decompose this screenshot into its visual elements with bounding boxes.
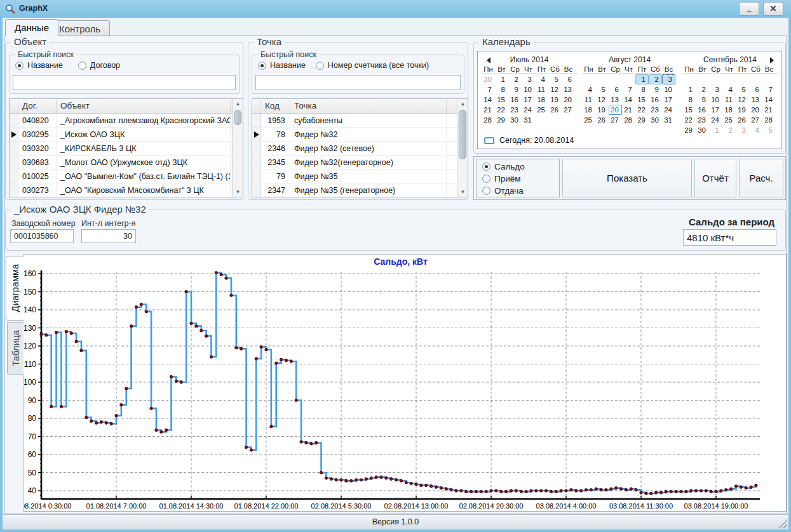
calendar-day[interactable]: 17	[662, 95, 675, 105]
calendar-prev-icon[interactable]	[487, 57, 490, 63]
calendar-today-row[interactable]: Сегодня: 20.08.2014	[484, 136, 574, 145]
calendar-day[interactable]: 12	[548, 84, 562, 95]
scroll-down-icon[interactable]: ▼	[233, 187, 243, 197]
column-header[interactable]: Дог.	[18, 99, 57, 113]
calendar-day[interactable]: 24	[522, 105, 535, 115]
scroll-thumb[interactable]	[459, 110, 466, 159]
calendar-day[interactable]: 11	[722, 95, 736, 105]
calendar-day[interactable]: 28	[622, 115, 635, 125]
calendar-day[interactable]: 25	[535, 105, 548, 115]
row-selector[interactable]	[252, 170, 261, 183]
row-selector[interactable]	[10, 183, 18, 197]
flow-mode-option-1[interactable]: Приём	[482, 174, 525, 183]
calendar-day[interactable]: 22	[635, 105, 649, 115]
calendar-day[interactable]: 4	[749, 125, 762, 135]
point-search-mode-option-0[interactable]: Название	[258, 61, 306, 70]
flow-mode-option-2[interactable]: Отдача	[482, 186, 525, 196]
calendar-day[interactable]: 5	[762, 125, 776, 135]
report-button[interactable]: Отчёт	[694, 159, 736, 197]
calendar-day[interactable]: 24	[662, 105, 675, 115]
calendar-day[interactable]: 20	[562, 95, 575, 105]
calendar-day[interactable]: 30	[482, 74, 495, 84]
row-selector[interactable]	[252, 142, 261, 155]
scroll-thumb[interactable]	[234, 110, 241, 125]
calendar-day[interactable]: 20	[749, 105, 762, 115]
calendar-day[interactable]: 28	[482, 115, 495, 125]
calendar-day[interactable]: 30	[696, 125, 709, 135]
calendar-day[interactable]: 4	[582, 84, 595, 95]
calendar-day[interactable]: 19	[595, 105, 609, 115]
calendar-day[interactable]: 3	[736, 125, 749, 135]
table-row[interactable]: 040820_Агрокомбинат племзавод Красногорс…	[10, 114, 243, 128]
calendar-day[interactable]: 1	[495, 74, 508, 84]
calc-button[interactable]: Расч.	[739, 159, 783, 197]
radio-icon[interactable]	[482, 187, 490, 195]
calendar-day[interactable]: 24	[709, 115, 722, 125]
calendar-day[interactable]: 29	[682, 125, 696, 135]
row-selector[interactable]	[252, 183, 261, 197]
tab-diagramma[interactable]: Диаграмма	[6, 256, 24, 321]
calendar-day[interactable]: 26	[736, 115, 749, 125]
calendar-day[interactable]: 2	[649, 74, 662, 84]
calendar-day[interactable]: 27	[609, 115, 622, 125]
calendar-day[interactable]: 2	[696, 84, 709, 95]
saldo-period-field[interactable]	[683, 229, 776, 246]
calendar-day[interactable]: 18	[535, 95, 548, 105]
calendar-day[interactable]: 14	[482, 95, 495, 105]
calendar-day[interactable]: 14	[622, 95, 635, 105]
calendar-day[interactable]: 16	[649, 95, 662, 105]
calendar-day[interactable]: 23	[508, 105, 522, 115]
calendar-day[interactable]: 14	[762, 95, 776, 105]
tab-tablitsa[interactable]: Таблица	[7, 322, 24, 375]
calendar-day[interactable]: 5	[548, 74, 562, 84]
calendar-day[interactable]: 25	[722, 115, 736, 125]
row-selector[interactable]	[10, 114, 18, 127]
calendar-day[interactable]: 19	[548, 95, 562, 105]
calendar-day[interactable]: 16	[696, 105, 709, 115]
calendar-day[interactable]: 17	[709, 105, 722, 115]
calendar-day[interactable]: 1	[635, 74, 649, 84]
calendar-day[interactable]: 1	[709, 125, 722, 135]
calendar-day[interactable]: 8	[635, 84, 649, 95]
point-table-scrollbar[interactable]: ▲ ▼	[457, 99, 468, 197]
row-selector[interactable]	[10, 156, 18, 169]
calendar-day[interactable]: 9	[508, 84, 522, 95]
object-table-scrollbar[interactable]: ▲ ▼	[232, 99, 243, 197]
calendar-day[interactable]: 23	[649, 105, 662, 115]
calendar-day[interactable]: 2	[508, 74, 522, 84]
calendar-day[interactable]: 16	[508, 95, 522, 105]
point-search-mode-option-1[interactable]: Номер счетчика (все точки)	[316, 61, 429, 70]
calendar-day[interactable]: 13	[562, 84, 575, 95]
calendar-day[interactable]: 8	[495, 84, 508, 95]
row-selector[interactable]	[10, 142, 18, 155]
radio-icon[interactable]	[15, 62, 24, 70]
interval-field[interactable]	[81, 229, 136, 243]
flow-mode-option-0[interactable]: Сальдо	[482, 162, 525, 171]
calendar-day[interactable]: 22	[495, 105, 508, 115]
show-button[interactable]: Показать	[562, 159, 692, 197]
table-row[interactable]: 1953субабоненты	[252, 114, 468, 128]
calendar-day[interactable]: 4	[535, 74, 548, 84]
scroll-up-icon[interactable]: ▲	[458, 99, 468, 109]
calendar-day[interactable]: 21	[622, 105, 635, 115]
calendar-day[interactable]: 28	[762, 115, 776, 125]
row-selector[interactable]	[252, 128, 261, 141]
row-selector[interactable]	[252, 156, 261, 169]
calendar-day[interactable]: 27	[562, 105, 575, 115]
calendar-day[interactable]: 9	[649, 84, 662, 95]
calendar-day[interactable]: 18	[582, 105, 595, 115]
row-selector[interactable]	[10, 170, 18, 183]
calendar-day[interactable]: 3	[662, 74, 675, 84]
scroll-up-icon[interactable]: ▲	[233, 99, 243, 109]
calendar-day[interactable]: 13	[609, 95, 622, 105]
calendar-next-icon[interactable]	[770, 57, 774, 63]
table-row[interactable]: 79Фидер №35	[252, 170, 468, 183]
table-row[interactable]: 030683_Молот ОАО (Уржумское отд) ЗЦК	[10, 156, 243, 170]
calendar-day[interactable]: 18	[722, 105, 736, 115]
table-row[interactable]: 2347Фидер №35 (генераторное)	[252, 183, 468, 197]
table-row[interactable]: 030320_КИРСКАБЕЛЬ 3 ЦК	[10, 142, 243, 156]
calendar-day[interactable]: 2	[722, 125, 736, 135]
radio-icon[interactable]	[482, 163, 490, 171]
calendar-day[interactable]: 3	[709, 84, 722, 95]
close-button[interactable]: ✕	[763, 2, 783, 16]
